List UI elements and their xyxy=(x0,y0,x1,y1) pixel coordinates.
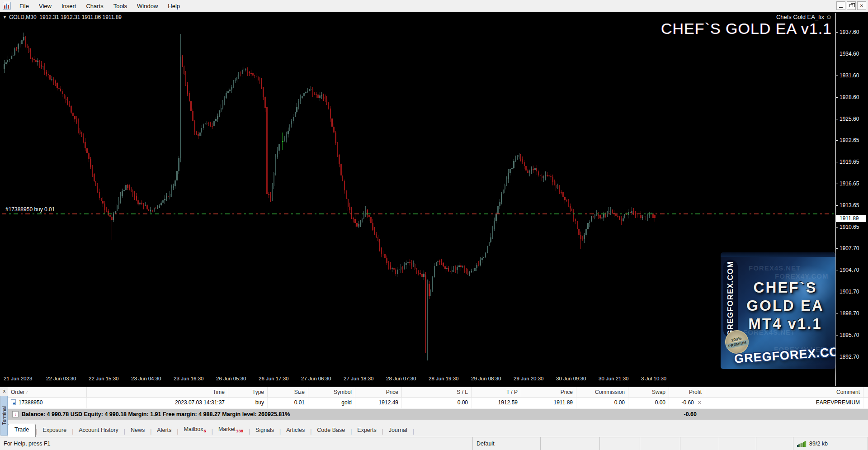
time-axis-label: 29 Jun 08:30 xyxy=(471,376,501,381)
promo-box-image: FOREX4S.NET FOREX4Y.COM FOREX4S.NET FORE… xyxy=(721,252,835,369)
price-axis-tick xyxy=(835,292,838,292)
terminal-tabs: Trade|Exposure|Account History|News|Aler… xyxy=(8,420,868,437)
tab-separator: | xyxy=(413,428,414,435)
menu-file[interactable]: File xyxy=(14,1,34,11)
time-axis-label: 26 Jun 17:30 xyxy=(259,376,289,381)
tab-badge-count: 138 xyxy=(236,428,243,433)
terminal-side-tab[interactable]: Terminal xyxy=(0,396,8,436)
time-axis-label: 23 Jun 04:30 xyxy=(131,376,161,381)
terminal-tab-exposure[interactable]: Exposure xyxy=(37,425,72,436)
column-header-type[interactable]: Type xyxy=(228,387,268,397)
price-axis-tick xyxy=(835,97,838,98)
chart-window[interactable]: ▼GOLD,M30 1912.31 1912.31 1911.86 1911.8… xyxy=(0,12,868,387)
time-axis-label: 28 Jun 07:30 xyxy=(386,376,416,381)
terminal-tab-news[interactable]: News xyxy=(125,425,150,436)
terminal-tab-trade[interactable]: Trade xyxy=(8,424,36,437)
status-cell xyxy=(756,437,793,450)
terminal-tab-alerts[interactable]: Alerts xyxy=(151,425,177,436)
balance-row: ↓ Balance: 4 990.78 USD Equity: 4 990.18… xyxy=(8,409,868,420)
total-profit: -0.60 xyxy=(660,409,697,420)
menu-tools[interactable]: Tools xyxy=(108,1,132,11)
column-header-sl[interactable]: S / L xyxy=(402,387,472,397)
price-axis-label: 1925.60 xyxy=(840,116,859,122)
status-bar: For Help, press F1Default89/2 kb xyxy=(0,437,868,450)
column-header-profit[interactable]: Profit xyxy=(669,387,705,397)
open-order-line xyxy=(2,213,834,214)
column-header-order[interactable]: Order∕ xyxy=(8,387,87,397)
status-profile[interactable]: Default xyxy=(473,437,541,450)
terminal-panel: x Terminal Order∕TimeTypeSizeSymbolPrice… xyxy=(0,387,868,437)
menu-insert[interactable]: Insert xyxy=(57,1,81,11)
restore-button[interactable] xyxy=(847,1,856,10)
menu-window[interactable]: Window xyxy=(132,1,163,11)
column-header-tp[interactable]: T / P xyxy=(472,387,521,397)
price-axis-tick xyxy=(835,357,838,357)
minimize-button[interactable] xyxy=(836,1,845,10)
terminal-tab-journal[interactable]: Journal xyxy=(383,425,413,436)
column-header-price[interactable]: Price xyxy=(521,387,576,397)
menu-help[interactable]: Help xyxy=(163,1,185,11)
status-cell xyxy=(600,437,640,450)
promo-footer-text: GREGFOREX.COM xyxy=(734,345,835,366)
sort-ascending-icon: ∕ xyxy=(27,390,28,395)
column-header-symbol[interactable]: Symbol xyxy=(308,387,355,397)
terminal-tab-signals[interactable]: Signals xyxy=(250,425,279,436)
promo-watermark: FOREX4S.NET xyxy=(749,264,801,272)
promo-title-line: CHEF`S xyxy=(737,279,834,297)
terminal-tab-articles[interactable]: Articles xyxy=(281,425,310,436)
price-axis-border xyxy=(835,13,836,386)
price-axis-label: 1922.65 xyxy=(840,137,859,143)
cell-comment: EAREVPREMIUM xyxy=(705,398,863,408)
candlestick-chart xyxy=(0,12,833,375)
terminal-tab-code-base[interactable]: Code Base xyxy=(311,425,350,436)
price-axis-tick xyxy=(835,162,838,162)
terminal-tab-market[interactable]: Market138 xyxy=(213,424,249,436)
status-cell xyxy=(719,437,756,450)
price-axis-tick xyxy=(835,140,838,141)
terminal-tab-experts[interactable]: Experts xyxy=(352,425,382,436)
balance-arrow-icon: ↓ xyxy=(12,411,19,417)
cell-lot-size: 0.01 xyxy=(268,398,308,408)
time-axis-label: 26 Jun 05:30 xyxy=(216,376,246,381)
status-cell xyxy=(640,437,680,450)
menu-charts[interactable]: Charts xyxy=(81,1,108,11)
promo-spine-text: GREGFOREX.COM xyxy=(726,261,735,336)
open-order-label: #17388950 buy 0.01 xyxy=(5,206,55,213)
menu-view[interactable]: View xyxy=(34,1,57,11)
column-header-comment[interactable]: Comment xyxy=(705,387,863,397)
price-axis-label: 1892.70 xyxy=(840,354,859,360)
restore-icon xyxy=(849,4,853,7)
orders-table: Order∕TimeTypeSizeSymbolPriceS / LT / PP… xyxy=(8,387,868,408)
close-icon: ✕ xyxy=(860,3,863,8)
ea-enabled-smiley-icon[interactable]: ☺ xyxy=(826,14,832,20)
orders-table-header: Order∕TimeTypeSizeSymbolPriceS / LT / PP… xyxy=(8,387,868,398)
price-axis-label: 1898.70 xyxy=(840,310,859,317)
connection-bars-icon xyxy=(797,441,807,447)
column-header-time[interactable]: Time xyxy=(87,387,228,397)
minimize-icon xyxy=(839,7,843,8)
status-cell xyxy=(680,437,719,450)
close-button[interactable]: ✕ xyxy=(857,1,866,10)
cell-order-id: 17388950 xyxy=(8,398,87,408)
cell-symbol: gold xyxy=(308,398,355,408)
price-axis-tick xyxy=(835,248,838,249)
chart-ohlc-values: 1912.31 1912.31 1911.86 1911.89 xyxy=(39,14,122,20)
column-header-price[interactable]: Price xyxy=(355,387,402,397)
close-order-icon[interactable]: ✕ xyxy=(698,400,702,405)
column-header-commission[interactable]: Commission xyxy=(576,387,628,397)
chart-ohlc-label: ▼GOLD,M30 1912.31 1912.31 1911.86 1911.8… xyxy=(3,14,122,20)
column-header-size[interactable]: Size xyxy=(268,387,308,397)
terminal-tab-mailbox[interactable]: Mailbox6 xyxy=(178,424,211,436)
price-axis-label: 1904.70 xyxy=(840,267,859,273)
terminal-tab-account-history[interactable]: Account History xyxy=(73,425,124,436)
time-axis-label: 29 Jun 20:30 xyxy=(514,376,544,381)
column-header-swap[interactable]: Swap xyxy=(628,387,669,397)
connection-status[interactable]: 89/2 kb xyxy=(793,437,868,450)
promo-box-top-edge xyxy=(721,252,835,257)
time-axis-label: 21 Jun 2023 xyxy=(4,376,32,381)
price-axis-tick xyxy=(835,227,838,227)
order-row[interactable]: 173889502023.07.03 14:31:37buy0.01gold19… xyxy=(8,398,868,408)
time-axis-label: 23 Jun 16:30 xyxy=(174,376,204,381)
chart-dropdown-icon[interactable]: ▼ xyxy=(3,15,7,19)
terminal-close-button[interactable]: x xyxy=(1,388,7,394)
